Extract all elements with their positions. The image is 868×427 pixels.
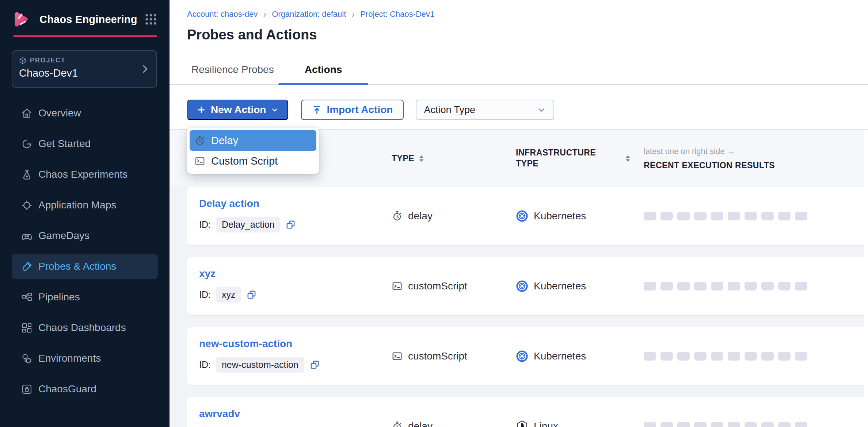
execution-result-placeholder bbox=[728, 352, 740, 361]
execution-result-placeholder bbox=[745, 282, 757, 291]
sidebar-item-overview[interactable]: Overview bbox=[12, 100, 158, 126]
sidebar-item-chaos-experiments[interactable]: Chaos Experiments bbox=[12, 162, 158, 187]
table-row: xyz ID: xyz customScript Kubernetes bbox=[187, 257, 868, 315]
project-selector[interactable]: PROJECT Chaos-Dev1 bbox=[12, 50, 157, 88]
stopwatch-icon bbox=[392, 421, 403, 427]
execution-result-placeholder bbox=[728, 282, 740, 291]
chevron-down-icon bbox=[537, 105, 546, 115]
infrastructure-cell: Linux bbox=[516, 420, 644, 427]
action-name-cell: new-custom-action ID: new-custom-action bbox=[199, 327, 392, 385]
execution-result-placeholder bbox=[711, 422, 723, 427]
action-id-value: new-custom-action bbox=[216, 357, 304, 373]
execution-result-placeholder bbox=[761, 282, 774, 291]
sidebar-item-label: Environments bbox=[38, 353, 101, 364]
execution-result-placeholder bbox=[644, 282, 656, 291]
hexagons-icon bbox=[21, 353, 33, 364]
lock-icon bbox=[21, 384, 33, 395]
recent-execution-results bbox=[644, 352, 868, 361]
execution-result-placeholder bbox=[795, 212, 807, 220]
get-started-icon bbox=[21, 138, 33, 150]
execution-result-placeholder bbox=[694, 352, 707, 361]
action-name-link[interactable]: new-custom-action bbox=[199, 338, 292, 350]
table-row: Delay action ID: Delay_action delay Kube… bbox=[187, 187, 868, 245]
sidebar-item-environments[interactable]: Environments bbox=[12, 346, 158, 371]
breadcrumb-project-link[interactable]: Project: Chaos-Dev1 bbox=[360, 9, 434, 19]
action-id-value: Delay_action bbox=[216, 217, 281, 232]
recent-execution-results bbox=[644, 212, 868, 220]
execution-result-placeholder bbox=[677, 212, 690, 220]
project-name: Chaos-Dev1 bbox=[19, 67, 150, 79]
action-id-value: xyz bbox=[216, 287, 241, 303]
chevron-down-icon bbox=[271, 106, 279, 114]
action-name-link[interactable]: Delay action bbox=[199, 198, 259, 209]
execution-result-placeholder bbox=[677, 282, 690, 291]
execution-result-placeholder bbox=[778, 282, 791, 291]
menu-item-custom-script[interactable]: Custom Script bbox=[190, 151, 316, 171]
brand: Chaos Engineering bbox=[0, 0, 170, 29]
sort-icon[interactable] bbox=[625, 155, 631, 162]
sidebar-item-pipelines[interactable]: Pipelines bbox=[12, 284, 158, 310]
action-name-link[interactable]: awrvadv bbox=[199, 408, 240, 420]
execution-result-placeholder bbox=[660, 282, 673, 291]
tab-actions[interactable]: Actions bbox=[278, 64, 369, 84]
action-name-link[interactable]: xyz bbox=[199, 268, 216, 280]
action-id-row: ID: xyz bbox=[199, 287, 257, 303]
plus-icon bbox=[197, 105, 206, 115]
new-action-button[interactable]: New Action bbox=[187, 100, 288, 120]
dashboard-icon bbox=[21, 322, 33, 334]
action-type-select[interactable]: Action Type bbox=[416, 100, 554, 120]
sidebar-item-label: Get Started bbox=[38, 138, 91, 150]
copy-icon[interactable] bbox=[309, 359, 320, 370]
sidebar-item-label: Chaos Experiments bbox=[38, 169, 127, 180]
execution-result-placeholder bbox=[761, 352, 774, 361]
action-name-cell: awrvadv bbox=[199, 397, 392, 427]
sidebar-item-probes-actions[interactable]: Probes & Actions bbox=[12, 254, 158, 279]
sidebar-item-application-maps[interactable]: Application Maps bbox=[12, 192, 158, 218]
sidebar-item-label: Probes & Actions bbox=[38, 261, 116, 272]
sidebar-nav: Overview Get Started Chaos Experiments A… bbox=[0, 98, 170, 404]
kubernetes-icon bbox=[516, 280, 528, 292]
execution-result-placeholder bbox=[778, 352, 791, 361]
execution-result-placeholder bbox=[644, 352, 656, 361]
execution-result-placeholder bbox=[761, 422, 774, 427]
recent-execution-results bbox=[644, 282, 868, 291]
kubernetes-icon bbox=[516, 350, 528, 362]
kubernetes-icon bbox=[516, 210, 528, 222]
type-cell: delay bbox=[392, 420, 516, 427]
flask-icon bbox=[21, 169, 33, 180]
home-icon bbox=[21, 108, 33, 119]
infrastructure-cell: Kubernetes bbox=[516, 350, 644, 362]
breadcrumb-account-link[interactable]: Account: chaos-dev bbox=[187, 9, 258, 19]
sidebar-item-gamedays[interactable]: GameDays bbox=[12, 223, 158, 249]
scrollbar-track[interactable] bbox=[864, 130, 868, 427]
execution-result-placeholder bbox=[677, 352, 690, 361]
execution-result-placeholder bbox=[778, 422, 791, 427]
type-cell: delay bbox=[392, 210, 516, 222]
terminal-icon bbox=[392, 351, 403, 362]
cube-icon bbox=[19, 57, 26, 64]
copy-icon[interactable] bbox=[285, 219, 296, 230]
sidebar-item-chaosguard[interactable]: ChaosGuard bbox=[12, 376, 158, 402]
execution-result-placeholder bbox=[694, 212, 707, 220]
execution-result-placeholder bbox=[745, 352, 757, 361]
breadcrumb-org-link[interactable]: Organization: default bbox=[272, 9, 346, 19]
sidebar-item-chaos-dashboards[interactable]: Chaos Dashboards bbox=[12, 315, 158, 341]
new-action-menu: Delay Custom Script bbox=[187, 128, 319, 174]
main-content: Account: chaos-dev Organization: default… bbox=[170, 0, 868, 427]
sidebar-item-label: Chaos Dashboards bbox=[38, 322, 126, 334]
tab-resilience-probes[interactable]: Resilience Probes bbox=[187, 64, 278, 84]
type-cell: customScript bbox=[392, 280, 516, 292]
sidebar: Chaos Engineering PROJECT Chaos-Dev1 bbox=[0, 0, 170, 427]
copy-icon[interactable] bbox=[246, 289, 257, 300]
page-header: Account: chaos-dev Organization: default… bbox=[170, 0, 868, 43]
type-cell: customScript bbox=[392, 350, 516, 362]
import-action-button[interactable]: Import Action bbox=[301, 100, 404, 120]
execution-result-placeholder bbox=[694, 282, 707, 291]
execution-result-placeholder bbox=[644, 212, 656, 220]
sort-icon[interactable] bbox=[419, 155, 424, 162]
execution-result-placeholder bbox=[711, 282, 723, 291]
app-switcher-grid-icon[interactable] bbox=[145, 13, 157, 26]
sidebar-item-get-started[interactable]: Get Started bbox=[12, 131, 158, 157]
menu-item-delay[interactable]: Delay bbox=[190, 130, 316, 151]
linux-icon bbox=[516, 420, 528, 427]
